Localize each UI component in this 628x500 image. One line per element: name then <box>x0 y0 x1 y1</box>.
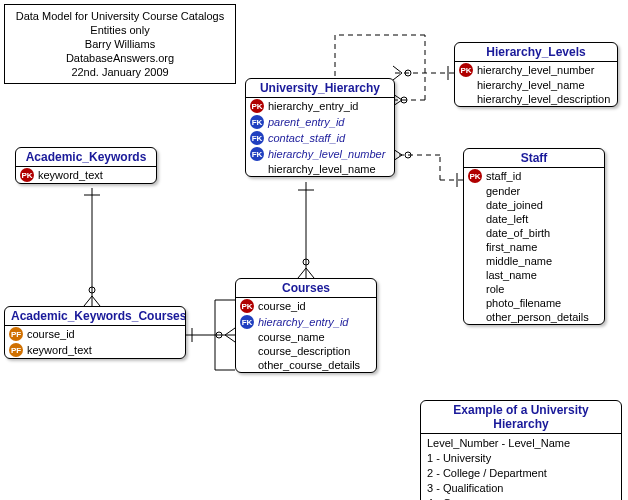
entity-attribute: photo_filename <box>464 296 604 310</box>
fk-badge: FK <box>250 131 264 145</box>
entity-attribute: FKparent_entry_id <box>246 114 394 130</box>
attribute-name: last_name <box>486 269 537 281</box>
attribute-name: course_id <box>27 328 75 340</box>
entity-attribute: role <box>464 282 604 296</box>
example-line: 1 - University <box>427 451 615 466</box>
example-title: Example of a University Hierarchy <box>421 401 621 433</box>
svg-line-12 <box>298 268 306 278</box>
entity-university-hierarchy: University_HierarchyPKhierarchy_entry_id… <box>245 78 395 177</box>
entity-attribute: gender <box>464 184 604 198</box>
entity-attribute: course_description <box>236 344 376 358</box>
info-line: Entities only <box>13 23 227 37</box>
attribute-name: hierarchy_level_number <box>477 64 594 76</box>
entity-attribute: PKcourse_id <box>236 298 376 314</box>
svg-line-3 <box>92 296 100 306</box>
entity-attribute: FKhierarchy_level_number <box>246 146 394 162</box>
entity-attribute: middle_name <box>464 254 604 268</box>
pk-badge: PK <box>468 169 482 183</box>
entity-attribute: hierarchy_level_name <box>455 78 617 92</box>
attribute-name: course_name <box>258 331 325 343</box>
info-line: DatabaseAnswers.org <box>13 51 227 65</box>
svg-line-2 <box>84 296 92 306</box>
entity-attribute: FKcontact_staff_id <box>246 130 394 146</box>
entity-attribute: date_left <box>464 212 604 226</box>
attribute-name: date_of_birth <box>486 227 550 239</box>
attribute-name: role <box>486 283 504 295</box>
entity-attribute: PFcourse_id <box>5 326 185 342</box>
diagram-info-box: Data Model for University Course Catalog… <box>4 4 236 84</box>
entity-attribute: PKstaff_id <box>464 168 604 184</box>
entity-attribute: PFkeyword_text <box>5 342 185 358</box>
entity-attribute: date_of_birth <box>464 226 604 240</box>
entity-hierarchy-levels: Hierarchy_LevelsPKhierarchy_level_number… <box>454 42 618 107</box>
entity-title: University_Hierarchy <box>246 79 394 97</box>
entity-title: Hierarchy_Levels <box>455 43 617 61</box>
entity-attribute: other_course_details <box>236 358 376 372</box>
entity-attribute: hierarchy_level_description <box>455 92 617 106</box>
attribute-name: hierarchy_level_name <box>268 163 376 175</box>
svg-point-4 <box>89 287 95 293</box>
pk-badge: PK <box>20 168 34 182</box>
entity-attribute: other_person_details <box>464 310 604 324</box>
fk-badge: FK <box>250 147 264 161</box>
attribute-name: keyword_text <box>27 344 92 356</box>
attribute-name: date_joined <box>486 199 543 211</box>
attribute-name: hierarchy_entry_id <box>268 100 359 112</box>
svg-line-8 <box>225 335 235 342</box>
svg-point-14 <box>303 259 309 265</box>
info-line: Barry Williams <box>13 37 227 51</box>
entity-attribute: date_joined <box>464 198 604 212</box>
entity-attribute: PKhierarchy_level_number <box>455 62 617 78</box>
entity-title: Academic_Keywords <box>16 148 156 166</box>
svg-point-22 <box>401 97 407 103</box>
attribute-name: first_name <box>486 241 537 253</box>
entity-attribute: PKhierarchy_entry_id <box>246 98 394 114</box>
entity-attribute: FKhierarchy_entry_id <box>236 314 376 330</box>
svg-point-29 <box>405 70 411 76</box>
attribute-name: hierarchy_level_description <box>477 93 610 105</box>
attribute-name: middle_name <box>486 255 552 267</box>
attribute-name: course_id <box>258 300 306 312</box>
attribute-name: staff_id <box>486 170 521 182</box>
svg-point-36 <box>405 152 411 158</box>
entity-attribute: first_name <box>464 240 604 254</box>
fk-badge: FK <box>250 115 264 129</box>
entity-courses: CoursesPKcourse_idFKhierarchy_entry_idco… <box>235 278 377 373</box>
example-line: 3 - Qualification <box>427 481 615 496</box>
attribute-name: other_course_details <box>258 359 360 371</box>
pf-badge: PF <box>9 343 23 357</box>
attribute-name: other_person_details <box>486 311 589 323</box>
svg-line-13 <box>306 268 314 278</box>
entity-academic-keywords: Academic_KeywordsPKkeyword_text <box>15 147 157 184</box>
attribute-name: hierarchy_level_name <box>477 79 585 91</box>
attribute-name: keyword_text <box>38 169 103 181</box>
svg-point-9 <box>216 332 222 338</box>
fk-badge: FK <box>240 315 254 329</box>
entity-attribute: course_name <box>236 330 376 344</box>
example-line: 2 - College / Department <box>427 466 615 481</box>
attribute-name: parent_entry_id <box>268 116 344 128</box>
pk-badge: PK <box>250 99 264 113</box>
attribute-name: photo_filename <box>486 297 561 309</box>
info-line: 22nd. January 2009 <box>13 65 227 79</box>
attribute-name: hierarchy_entry_id <box>258 316 349 328</box>
entity-title: Academic_Keywords_Courses <box>5 307 185 325</box>
entity-attribute: hierarchy_level_name <box>246 162 394 176</box>
attribute-name: date_left <box>486 213 528 225</box>
svg-line-27 <box>393 66 402 73</box>
attribute-name: course_description <box>258 345 350 357</box>
attribute-name: hierarchy_level_number <box>268 148 385 160</box>
info-line: Data Model for University Course Catalog… <box>13 9 227 23</box>
entity-staff: StaffPKstaff_idgenderdate_joineddate_lef… <box>463 148 605 325</box>
entity-attribute: PKkeyword_text <box>16 167 156 183</box>
svg-line-7 <box>225 328 235 335</box>
attribute-name: contact_staff_id <box>268 132 345 144</box>
pk-badge: PK <box>240 299 254 313</box>
example-line: 4 - Course <box>427 496 615 500</box>
svg-line-28 <box>393 73 402 80</box>
pk-badge: PK <box>459 63 473 77</box>
entity-attribute: last_name <box>464 268 604 282</box>
entity-title: Courses <box>236 279 376 297</box>
attribute-name: gender <box>486 185 520 197</box>
entity-title: Staff <box>464 149 604 167</box>
